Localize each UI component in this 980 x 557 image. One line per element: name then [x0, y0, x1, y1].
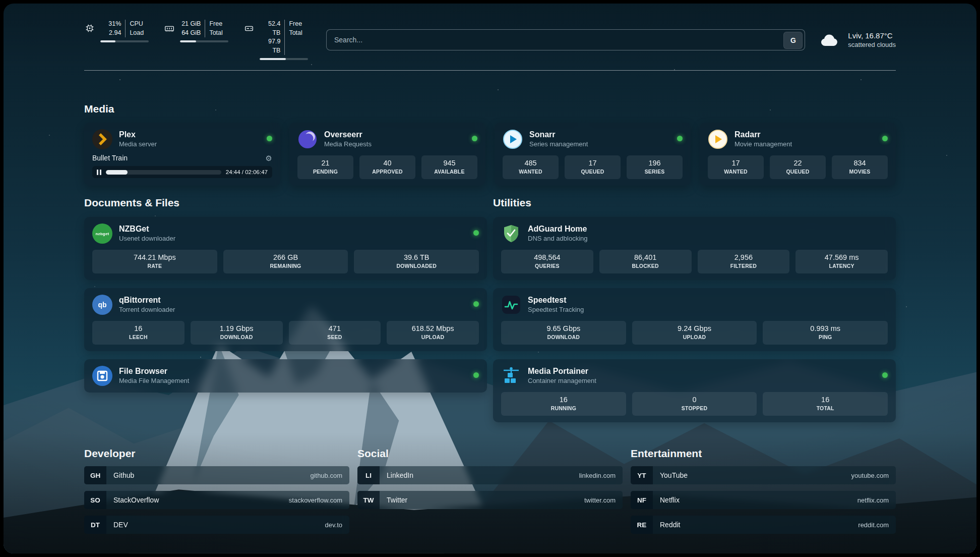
nzbget-card[interactable]: nzbget NZBGet Usenet downloader 744.21 M…	[84, 217, 487, 280]
sonarr-card[interactable]: Sonarr Series management 485WANTED 17QUE…	[495, 123, 691, 186]
link-row-github[interactable]: GH Github github.com	[84, 466, 349, 484]
system-stats-group: 31% 2.94 CPU Load	[84, 20, 308, 60]
app-subtitle: Container management	[528, 377, 596, 385]
app-title: Speedtest	[528, 295, 584, 306]
link-badge: LI	[357, 466, 380, 484]
section-title-media: Media	[84, 103, 896, 115]
qbittorrent-icon: qb	[92, 295, 112, 315]
app-subtitle: DNS and adblocking	[528, 235, 588, 243]
search-bar: G	[326, 29, 805, 50]
section-title-developer: Developer	[84, 448, 349, 460]
stat-box: 16RUNNING	[501, 392, 626, 416]
now-playing-title: Bullet Train	[92, 154, 128, 162]
pause-button[interactable]	[97, 170, 101, 175]
filebrowser-icon	[92, 366, 112, 386]
app-title: Plex	[119, 130, 157, 140]
status-indicator	[882, 136, 888, 141]
app-title: Media Portainer	[528, 366, 596, 377]
playback-time: 24:44 / 02:06:47	[226, 169, 268, 175]
stat-box: 471SEED	[289, 321, 381, 345]
speedtest-icon	[501, 295, 521, 315]
memory-total-value: 64 GiB	[180, 29, 201, 38]
cpu-load-value: 2.94	[100, 29, 121, 38]
stat-box: 17QUEUED	[565, 155, 621, 179]
link-row-netflix[interactable]: NF Netflix netflix.com	[631, 491, 896, 509]
overseerr-icon	[297, 129, 318, 149]
search-input[interactable]	[326, 29, 805, 50]
stat-box: 39.6 TBDOWNLOADED	[354, 250, 479, 273]
stat-box: 0STOPPED	[632, 392, 757, 416]
nzbget-icon: nzbget	[92, 224, 112, 244]
radarr-card[interactable]: Radarr Movie management 17WANTED 22QUEUE…	[700, 123, 896, 186]
stat-box: 17WANTED	[708, 155, 764, 179]
stat-box: 1.19 GbpsDOWNLOAD	[191, 321, 283, 345]
link-badge: YT	[631, 466, 653, 484]
status-indicator	[473, 230, 479, 236]
stat-box: 945AVAILABLE	[421, 155, 477, 179]
disk-icon	[243, 23, 255, 34]
app-subtitle: Media server	[119, 140, 157, 149]
stat-box: 22QUEUED	[770, 155, 826, 179]
cpu-values: 31% 2.94	[100, 20, 126, 37]
app-subtitle: Media File Management	[119, 377, 189, 385]
link-row-reddit[interactable]: RE Reddit reddit.com	[631, 516, 896, 534]
stat-box: 196SERIES	[627, 155, 683, 179]
memory-values: 21 GiB 64 GiB	[180, 20, 205, 37]
stat-box: 266 GBREMAINING	[223, 250, 348, 273]
portainer-card[interactable]: Media Portainer Container management 16R…	[493, 359, 896, 422]
link-badge: NF	[631, 491, 653, 509]
portainer-crane-icon	[501, 366, 521, 386]
stat-box: 9.65 GbpsDOWNLOAD	[501, 321, 626, 345]
cpu-usage-value: 31%	[100, 20, 121, 29]
ram-icon	[164, 23, 175, 34]
playback-progress-track[interactable]	[106, 170, 221, 175]
plex-icon	[92, 129, 112, 149]
section-title-documents: Documents & Files	[84, 197, 487, 209]
link-row-linkedin[interactable]: LI LinkedIn linkedin.com	[357, 466, 623, 484]
load-label: Load	[130, 29, 149, 38]
stat-box: 744.21 MbpsRATE	[92, 250, 217, 273]
link-row-dev[interactable]: DT DEV dev.to	[84, 516, 349, 534]
storage-labels: Free Total	[285, 20, 308, 55]
stat-box: 47.569 msLATENCY	[795, 250, 888, 273]
cpu-progress-bar	[100, 40, 149, 42]
link-row-youtube[interactable]: YT YouTube youtube.com	[631, 466, 896, 484]
stat-box: 834MOVIES	[832, 155, 888, 179]
plex-card[interactable]: Plex Media server Bullet Train ⚙ 24:44 /…	[84, 123, 280, 186]
social-links-column: Social LI LinkedIn linkedin.com TW Twitt…	[357, 448, 623, 509]
overseerr-card[interactable]: Overseerr Media Requests 21PENDING 40APP…	[289, 123, 485, 186]
app-title: Overseerr	[324, 130, 372, 140]
header-divider	[84, 70, 896, 71]
status-indicator	[473, 372, 479, 378]
link-row-stackoverflow[interactable]: SO StackOverflow stackoverflow.com	[84, 491, 349, 509]
qbittorrent-card[interactable]: qb qBittorrent Torrent downloader 16LEEC…	[84, 288, 487, 351]
sonarr-icon	[503, 129, 523, 149]
speedtest-card[interactable]: Speedtest Speedtest Tracking 9.65 GbpsDO…	[493, 288, 896, 351]
app-subtitle: Torrent downloader	[119, 306, 175, 314]
link-badge: DT	[84, 516, 106, 534]
filebrowser-card[interactable]: File Browser Media File Management	[84, 359, 487, 393]
entertainment-links-column: Entertainment YT YouTube youtube.com NF …	[631, 448, 896, 534]
dashboard-background: 31% 2.94 CPU Load	[4, 4, 976, 553]
documents-column: Documents & Files nzbget NZBGet Usenet d…	[84, 197, 487, 393]
browser-window: 31% 2.94 CPU Load	[0, 0, 980, 557]
storage-free-value: 52.4 TB	[260, 20, 280, 37]
link-badge: GH	[84, 466, 106, 484]
app-subtitle: Speedtest Tracking	[528, 306, 584, 314]
top-header: 31% 2.94 CPU Load	[84, 4, 896, 60]
app-subtitle: Series management	[529, 140, 588, 149]
search-engine-button[interactable]: G	[783, 32, 803, 49]
link-row-twitter[interactable]: TW Twitter twitter.com	[357, 491, 623, 509]
memory-labels: Free Total	[205, 20, 228, 37]
app-subtitle: Media Requests	[324, 140, 372, 149]
cpu-labels: CPU Load	[126, 20, 149, 37]
link-badge: RE	[631, 516, 653, 534]
stat-box: 485WANTED	[503, 155, 559, 179]
developer-links-column: Developer GH Github github.com SO StackO…	[84, 448, 349, 534]
adguard-card[interactable]: AdGuard Home DNS and adblocking 498,564Q…	[493, 217, 896, 280]
settings-gear-icon[interactable]: ⚙	[266, 154, 272, 162]
snow-particles	[4, 4, 5, 5]
cpu-stat-widget: 31% 2.94 CPU Load	[84, 20, 149, 60]
storage-values: 52.4 TB 97.9 TB	[260, 20, 285, 55]
storage-total-value: 97.9 TB	[260, 37, 280, 55]
